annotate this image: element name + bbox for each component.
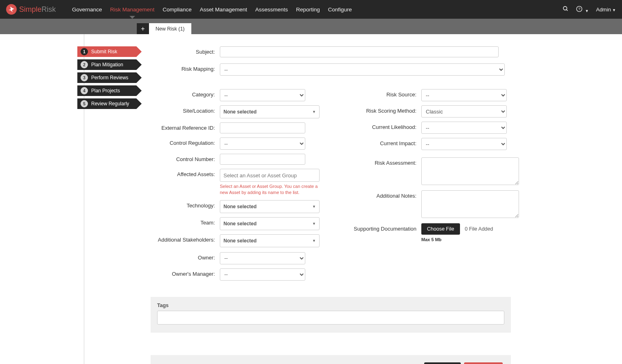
additional-notes-label: Additional Notes: xyxy=(340,190,421,199)
technology-label: Technology: xyxy=(145,200,220,209)
svg-text:?: ? xyxy=(578,7,580,11)
brand-text: SimpleRisk xyxy=(19,5,56,14)
nav-assessments[interactable]: Assessments xyxy=(255,1,288,18)
nav-compliance[interactable]: Compliance xyxy=(162,1,191,18)
subject-input[interactable] xyxy=(220,46,499,57)
subject-label: Subject: xyxy=(145,46,220,55)
nav-governance[interactable]: Governance xyxy=(72,1,102,18)
clear-form-button[interactable]: Clear Form xyxy=(424,362,461,364)
file-added-status: 0 File Added xyxy=(465,226,493,232)
file-max-size: Max 5 Mb xyxy=(421,237,519,242)
step-perform-reviews[interactable]: 3Perform Reviews xyxy=(77,72,136,83)
nav-asset-management[interactable]: Asset Management xyxy=(200,1,247,18)
app-header: SimpleRisk Governance Risk Management Co… xyxy=(0,0,622,19)
category-label: Category: xyxy=(145,89,220,98)
control-number-label: Control Number: xyxy=(145,154,220,162)
owner-select[interactable]: -- xyxy=(220,252,305,264)
additional-notes-textarea[interactable] xyxy=(421,190,519,218)
owner-label: Owner: xyxy=(145,252,220,261)
supporting-doc-label: Supporting Documentation xyxy=(340,223,421,232)
owners-manager-label: Owner's Manager: xyxy=(145,268,220,277)
step-submit-risk[interactable]: 1Submit Risk xyxy=(77,46,136,57)
risk-form: Subject: Risk Mapping: -- Category: -- S… xyxy=(145,46,519,364)
scoring-method-label: Risk Scoring Method: xyxy=(340,105,421,114)
control-regulation-select[interactable]: -- xyxy=(220,137,305,150)
impact-select[interactable]: -- xyxy=(421,138,507,150)
workflow-steps: 1Submit Risk 2Plan Mitigation 3Perform R… xyxy=(77,46,136,364)
site-location-label: Site/Location: xyxy=(145,105,220,114)
control-number-input[interactable] xyxy=(220,154,305,165)
team-multiselect[interactable]: None selected▼ xyxy=(220,217,320,230)
submit-risk-button[interactable]: Submit Risk xyxy=(464,362,503,364)
tags-title: Tags xyxy=(157,303,504,308)
impact-label: Current Impact: xyxy=(340,138,421,146)
risk-source-label: Risk Source: xyxy=(340,89,421,98)
svg-point-0 xyxy=(563,7,567,10)
brand-logo[interactable]: SimpleRisk xyxy=(6,4,56,15)
nav-configure[interactable]: Configure xyxy=(328,1,352,18)
owners-manager-select[interactable]: -- xyxy=(220,268,305,281)
risk-mapping-select[interactable]: -- xyxy=(220,63,505,76)
category-select[interactable]: -- xyxy=(220,89,305,101)
nav-reporting[interactable]: Reporting xyxy=(296,1,320,18)
technology-multiselect[interactable]: None selected▼ xyxy=(220,200,320,213)
affected-assets-label: Affected Assets: xyxy=(145,169,220,177)
likelihood-select[interactable]: -- xyxy=(421,122,507,134)
scoring-method-select[interactable]: Classic xyxy=(421,105,507,118)
tab-bar: + New Risk (1) xyxy=(0,19,622,34)
main-nav: Governance Risk Management Compliance As… xyxy=(72,1,352,18)
tags-section: Tags xyxy=(151,297,511,333)
team-label: Team: xyxy=(145,217,220,226)
search-icon[interactable] xyxy=(563,6,569,13)
step-plan-projects[interactable]: 4Plan Projects xyxy=(77,85,136,96)
stakeholders-label: Additional Stakeholders: xyxy=(145,234,220,243)
risk-mapping-label: Risk Mapping: xyxy=(145,63,220,72)
tags-input[interactable] xyxy=(157,311,504,325)
risk-source-select[interactable]: -- xyxy=(421,89,507,101)
risk-assessment-textarea[interactable] xyxy=(421,157,519,185)
admin-menu[interactable]: Admin▼ xyxy=(596,7,616,13)
affected-assets-input[interactable] xyxy=(220,169,320,182)
risk-assessment-label: Risk Assessment: xyxy=(340,157,421,166)
step-review-regularly[interactable]: 5Review Regularly xyxy=(77,98,136,109)
affected-assets-helper: Select an Asset or Asset Group. You can … xyxy=(220,183,320,196)
choose-file-button[interactable]: Choose File xyxy=(421,223,460,235)
site-location-multiselect[interactable]: None selected▼ xyxy=(220,105,320,118)
tab-add-button[interactable]: + xyxy=(137,23,149,34)
external-ref-input[interactable] xyxy=(220,122,305,133)
help-icon[interactable]: ? ▼ xyxy=(576,6,589,13)
control-regulation-label: Control Regulation: xyxy=(145,137,220,146)
step-plan-mitigation[interactable]: 2Plan Mitigation xyxy=(77,59,136,70)
likelihood-label: Current Likelihood: xyxy=(340,122,421,130)
tab-new-risk[interactable]: New Risk (1) xyxy=(149,23,191,34)
stakeholders-multiselect[interactable]: None selected▼ xyxy=(220,234,320,247)
simplerisk-icon xyxy=(6,4,17,15)
external-ref-label: External Reference ID: xyxy=(145,122,220,131)
svg-line-1 xyxy=(566,9,567,11)
form-footer: Complete the form above to document a ri… xyxy=(151,355,511,364)
nav-risk-management[interactable]: Risk Management xyxy=(110,1,155,18)
